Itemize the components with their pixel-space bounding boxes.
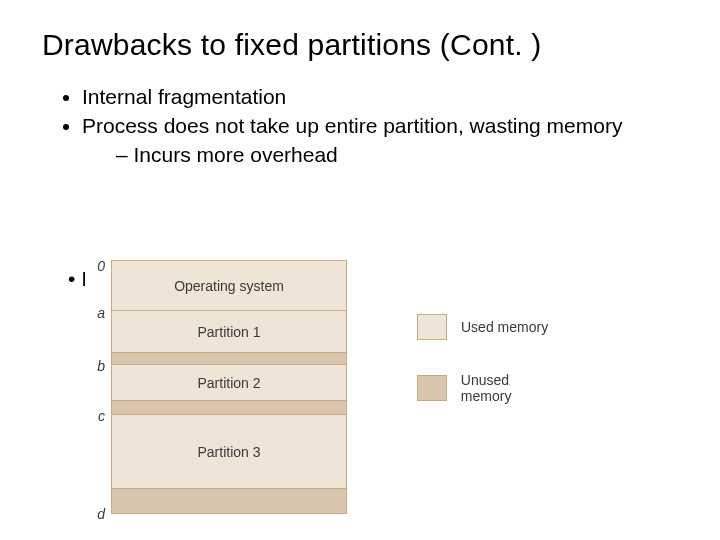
swatch-unused	[417, 375, 447, 401]
tick-b: b	[83, 358, 105, 374]
seg-gap1	[112, 353, 346, 365]
legend-label-used: Used memory	[461, 319, 548, 335]
seg-gap2	[112, 401, 346, 415]
seg-os: Operating system	[112, 261, 346, 311]
legend-row-used: Used memory	[417, 314, 563, 340]
memory-figure: 0 a b c d Operating system Partition 1 P…	[83, 260, 563, 520]
bullet-item: Process does not take up entire partitio…	[82, 113, 678, 169]
legend-row-unused: Unused memory	[417, 372, 563, 404]
tick-d: d	[83, 506, 105, 522]
legend-label-unused: Unused memory	[461, 372, 563, 404]
seg-p1: Partition 1	[112, 311, 346, 353]
seg-p2: Partition 2	[112, 365, 346, 401]
bullet-text: Process does not take up entire partitio…	[82, 114, 622, 137]
swatch-used	[417, 314, 447, 340]
bullet-item: Internal fragmentation	[82, 84, 678, 111]
tick-0: 0	[83, 258, 105, 274]
tick-a: a	[83, 305, 105, 321]
slide-title: Drawbacks to fixed partitions (Cont. )	[42, 28, 678, 62]
memory-column: Operating system Partition 1 Partition 2…	[111, 260, 347, 514]
tick-c: c	[83, 408, 105, 424]
seg-p3: Partition 3	[112, 415, 346, 489]
seg-gap3	[112, 489, 346, 513]
legend: Used memory Unused memory	[417, 314, 563, 436]
sub-bullet-list: Incurs more overhead	[82, 142, 678, 169]
sub-bullet-item: Incurs more overhead	[116, 142, 678, 169]
bullet-list: Internal fragmentation Process does not …	[58, 84, 678, 169]
